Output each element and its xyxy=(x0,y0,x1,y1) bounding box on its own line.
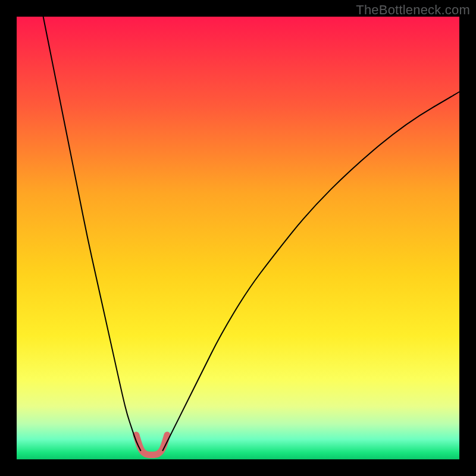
left-branch xyxy=(43,17,141,450)
curve-layer xyxy=(17,17,459,459)
watermark-text: TheBottleneck.com xyxy=(356,2,470,18)
chart-frame: TheBottleneck.com xyxy=(0,0,476,476)
right-branch xyxy=(163,92,459,450)
plot-area xyxy=(17,17,459,459)
valley-highlight xyxy=(136,435,167,455)
